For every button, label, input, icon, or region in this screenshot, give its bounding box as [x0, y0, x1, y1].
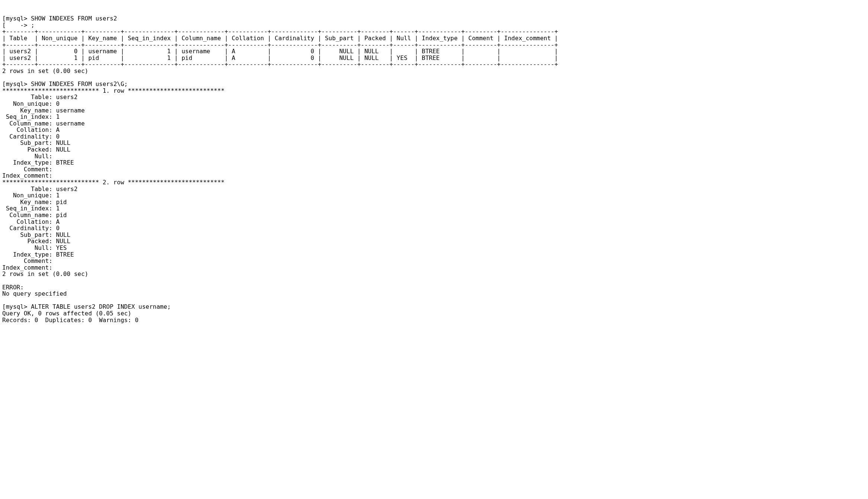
- field-line: Seq_in_index: 1: [2, 205, 60, 212]
- field-line: Column_name: username: [2, 120, 85, 127]
- error-label: ERROR:: [2, 284, 24, 291]
- field-line: Cardinality: 0: [2, 133, 60, 140]
- field-line: Collation: A: [2, 218, 60, 225]
- error-message: No query specified: [2, 290, 67, 297]
- prompt-bracket: [: [2, 15, 6, 22]
- field-line: Comment:: [2, 166, 56, 173]
- field-line: Non_unique: 0: [2, 100, 60, 107]
- field-line: Collation: A: [2, 126, 60, 133]
- field-line: Packed: NULL: [2, 146, 70, 153]
- prompt: mysql>: [6, 80, 28, 88]
- field-line: Key_name: pid: [2, 198, 67, 206]
- sql-command: ALTER TABLE users2 DROP INDEX username;: [31, 303, 171, 310]
- continuation-prompt: ->: [6, 22, 28, 29]
- rows-in-set: 2 rows in set (0.00 sec): [2, 270, 88, 277]
- row-separator: *************************** 2. row *****…: [2, 179, 224, 186]
- field-line: Table: users2: [2, 185, 77, 193]
- field-line: Cardinality: 0: [2, 225, 60, 232]
- field-line: Seq_in_index: 1: [2, 113, 60, 120]
- prompt-bracket: [: [2, 22, 6, 29]
- field-line: Index_comment:: [2, 264, 56, 271]
- rows-in-set: 2 rows in set (0.00 sec): [2, 67, 88, 74]
- field-line: Null: YES: [2, 244, 67, 251]
- sql-command-cont: ;: [31, 22, 35, 29]
- field-line: Packed: NULL: [2, 238, 70, 245]
- field-line: Sub_part: NULL: [2, 231, 70, 238]
- field-line: Index_type: BTREE: [2, 159, 74, 166]
- query-result: Records: 0 Duplicates: 0 Warnings: 0: [2, 317, 138, 324]
- field-line: Table: users2: [2, 93, 77, 101]
- table-row: | users2 | 1 | pid | 1 | pid | A | 0 | N…: [2, 54, 558, 61]
- field-line: Null:: [2, 153, 56, 160]
- table-border: +--------+------------+----------+------…: [2, 41, 558, 48]
- field-line: Column_name: pid: [2, 212, 67, 219]
- field-line: Index_comment:: [2, 172, 56, 179]
- sql-command: SHOW INDEXES FROM users2\G;: [31, 80, 128, 88]
- table-row: | users2 | 0 | username | 1 | username |…: [2, 48, 558, 55]
- prompt: mysql>: [6, 303, 28, 310]
- field-line: Comment:: [2, 257, 56, 264]
- prompt-bracket: [: [2, 80, 6, 88]
- table-header: | Table | Non_unique | Key_name | Seq_in…: [2, 35, 558, 42]
- field-line: Non_unique: 1: [2, 192, 60, 199]
- table-border: +--------+------------+----------+------…: [2, 61, 558, 68]
- prompt: mysql>: [6, 15, 28, 22]
- row-separator: *************************** 1. row *****…: [2, 87, 224, 94]
- field-line: Sub_part: NULL: [2, 139, 70, 146]
- sql-command: SHOW INDEXES FROM users2: [31, 15, 117, 22]
- field-line: Index_type: BTREE: [2, 251, 74, 258]
- query-result: Query OK, 0 rows affected (0.05 sec): [2, 310, 131, 317]
- field-line: Key_name: username: [2, 107, 85, 114]
- prompt-bracket: [: [2, 303, 6, 310]
- table-border: +--------+------------+----------+------…: [2, 28, 558, 35]
